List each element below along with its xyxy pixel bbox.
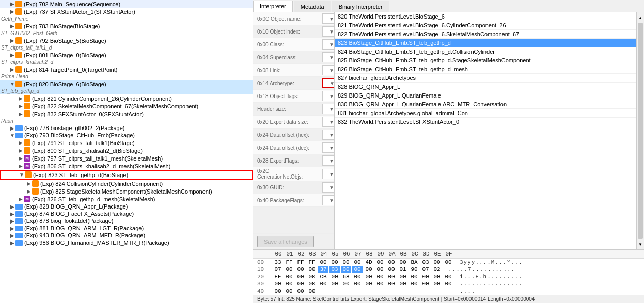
tree-expand-arrow[interactable]: ▶ <box>9 38 15 43</box>
hex-byte[interactable]: 00 <box>386 266 397 273</box>
tree-expand-arrow[interactable]: ▶ <box>26 188 32 194</box>
hex-byte[interactable] <box>318 288 328 294</box>
hex-byte[interactable]: 00 <box>432 259 442 265</box>
hex-byte[interactable]: 00 <box>432 281 442 287</box>
dropdown-field[interactable]: ▼ <box>322 52 334 62</box>
dropdown-field[interactable]: ▼ <box>322 195 334 205</box>
tree-item[interactable]: ▶M(Exp) 826 ST_teb_gethp_d_mesh(Skeletal… <box>0 195 253 203</box>
dropdown-arrow[interactable]: ▼ <box>327 198 334 203</box>
tree-expand-arrow[interactable]: ▶ <box>9 125 15 131</box>
tab-metadata[interactable]: Metadata <box>294 1 331 12</box>
prop-input[interactable] <box>323 131 327 138</box>
tree-expand-arrow[interactable]: ▼ <box>9 81 15 87</box>
hex-byte[interactable]: 00 <box>420 281 431 287</box>
tree-item[interactable]: ST_teb_gethp_d <box>0 88 253 94</box>
tree-expand-arrow[interactable]: ▶ <box>9 9 15 14</box>
hex-byte[interactable]: 00 <box>386 281 397 287</box>
prop-value-field[interactable]: ▼ <box>320 38 334 51</box>
prop-value-field[interactable]: ▼ <box>320 129 334 141</box>
tree-item[interactable]: Raan <box>0 118 253 124</box>
hex-byte[interactable]: 00 <box>443 281 453 287</box>
tree-expand-arrow[interactable]: ▶ <box>9 67 15 72</box>
dropdown-arrow[interactable]: ▼ <box>327 55 334 60</box>
tree-expand-arrow[interactable]: ▶ <box>18 155 24 161</box>
hex-byte[interactable]: 00 <box>318 259 328 265</box>
hex-byte[interactable]: 00 <box>375 259 385 265</box>
hex-byte[interactable]: 00 <box>352 274 363 280</box>
tree-item[interactable]: ▶(Exp) 825 StageSkeletalMeshComponent(Sk… <box>0 187 253 195</box>
hex-byte[interactable]: FF <box>307 259 317 265</box>
dropdown-list-item[interactable]: 821 TheWorld.PersistentLevel.BioStage_6.… <box>335 21 644 30</box>
tree-item[interactable]: ▶(Exp) 801 BioStage_0(BioStage) <box>0 51 253 59</box>
tree-item[interactable]: Prime Head <box>0 73 253 80</box>
tree-item[interactable]: ▶M(Exp) 797 ST_citprs_tali_talk1_mesh(Sk… <box>0 154 253 162</box>
tab-binary-interpreter[interactable]: Binary Interpreter <box>332 1 389 12</box>
hex-byte[interactable]: 03 <box>420 259 431 265</box>
hex-byte[interactable]: 00 <box>352 266 363 273</box>
tree-expand-arrow[interactable]: ▶ <box>9 233 15 238</box>
hex-byte[interactable]: 00 <box>307 288 317 294</box>
dropdown-arrow[interactable]: ▼ <box>327 68 334 73</box>
prop-value-field[interactable]: ▼ <box>320 141 334 154</box>
hex-byte[interactable]: EE <box>273 274 283 280</box>
hex-byte[interactable]: 00 <box>352 281 363 287</box>
dropdown-list-item[interactable]: 828 BIOG_QRN_Appr_L <box>335 83 644 91</box>
dropdown-arrow[interactable]: ▼ <box>327 106 334 112</box>
dropdown-list-item[interactable]: 825 BioStage_CitHub_Emb.ST_teb_gethp_d.S… <box>335 56 644 65</box>
dropdown-field[interactable]: ▼ <box>322 155 334 166</box>
prop-input[interactable] <box>323 92 327 100</box>
dropdown-field[interactable]: ▼ <box>322 117 334 127</box>
tree-item[interactable]: ▶(Exp) 791 ST_citprs_tali_talk1(BioStage… <box>0 139 253 147</box>
dropdown-list-item[interactable]: 823 BioStage_CitHub_Emb.ST_teb_gethp_d <box>335 39 644 47</box>
hex-byte[interactable]: 00 <box>352 259 363 265</box>
hex-byte[interactable]: 37 <box>318 266 328 273</box>
hex-byte[interactable] <box>341 288 351 294</box>
tree-item[interactable]: ▼(Exp) 790 BioStage_CitHub_Emb(Package) <box>0 132 253 139</box>
tree-item[interactable]: ▶M(Exp) 806 ST_citprs_khalisah2_d_mesh(S… <box>0 162 253 170</box>
tree-item[interactable]: ST_citprs_tali_talk1_d <box>0 44 253 51</box>
scroll-up-btn[interactable]: ▲ <box>637 12 644 23</box>
hex-byte[interactable]: 07 <box>273 266 283 273</box>
hex-byte[interactable]: 00 <box>398 281 408 287</box>
prop-value-field[interactable]: ▼ <box>320 181 334 194</box>
hex-byte[interactable]: 00 <box>295 281 306 287</box>
hex-byte[interactable]: 4D <box>364 259 374 265</box>
hex-byte[interactable]: CB <box>318 274 328 280</box>
tree-expand-arrow[interactable]: ▶ <box>9 218 15 224</box>
hex-byte[interactable]: 00 <box>341 259 351 265</box>
hex-byte[interactable]: 90 <box>409 266 419 273</box>
prop-value-field[interactable]: ▼ <box>320 154 334 167</box>
tree-expand-arrow[interactable]: ▶ <box>18 196 24 202</box>
hex-byte[interactable]: 00 <box>386 259 397 265</box>
prop-value-field[interactable]: ▼ <box>320 103 334 115</box>
hex-byte[interactable] <box>443 288 453 294</box>
hex-byte[interactable] <box>409 288 419 294</box>
prop-input[interactable] <box>323 184 327 191</box>
hex-byte[interactable]: 02 <box>432 266 442 273</box>
hex-byte[interactable]: 00 <box>375 266 385 273</box>
dropdown-field[interactable]: ▼ <box>322 91 334 101</box>
dropdown-field[interactable]: ▼ <box>322 130 334 140</box>
hex-byte[interactable] <box>352 288 363 294</box>
scrollbar-thumb[interactable] <box>638 23 643 239</box>
tree-expand-arrow[interactable]: ▶ <box>26 181 32 186</box>
prop-input[interactable] <box>323 157 327 164</box>
hex-byte[interactable]: 00 <box>398 259 408 265</box>
hex-byte[interactable]: 00 <box>420 274 431 280</box>
dropdown-arrow[interactable]: ▼ <box>327 29 334 35</box>
tree-item[interactable]: ▶(Exp) 828 BIOG_QRN_Appr_L(Package) <box>0 203 253 210</box>
hex-byte[interactable]: BA <box>409 259 419 265</box>
dropdown-field[interactable]: ▼ <box>322 39 334 50</box>
tree-expand-arrow[interactable]: ▶ <box>9 1 15 7</box>
dropdown-arrow[interactable]: ▼ <box>327 119 334 125</box>
hex-byte[interactable]: FF <box>284 259 294 265</box>
dropdown-list-item[interactable]: 832 TheWorld.PersistentLevel.SFXStuntAct… <box>335 118 644 126</box>
prop-value-field[interactable]: ▼ <box>320 64 334 76</box>
tree-expand-arrow[interactable]: ▶ <box>18 163 24 169</box>
dropdown-arrow[interactable]: ▼ <box>327 42 334 47</box>
tree-item[interactable]: Geth_Prime <box>0 15 253 22</box>
hex-byte[interactable]: 00 <box>341 266 351 273</box>
hex-byte[interactable]: 00 <box>307 281 317 287</box>
tree-expand-arrow[interactable]: ▼ <box>19 172 25 178</box>
dropdown-field[interactable]: ▼ <box>322 142 334 153</box>
